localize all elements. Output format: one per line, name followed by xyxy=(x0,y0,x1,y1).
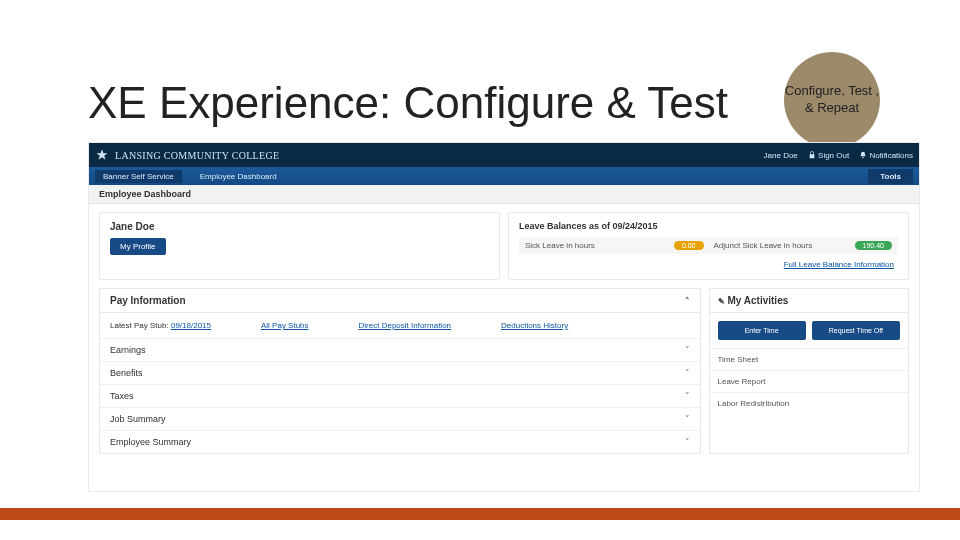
adjunct-sick-leave-label: Adjunct Sick Leave in hours xyxy=(714,241,813,250)
adjunct-sick-leave-value: 190.40 xyxy=(855,241,892,250)
activity-labor-redistribution[interactable]: Labor Redistribution xyxy=(710,392,909,414)
taxes-label: Taxes xyxy=(110,391,134,401)
my-activities-panel: ✎My Activities Enter Time Request Time O… xyxy=(709,288,910,454)
pay-information-title: Pay Information xyxy=(110,295,186,306)
job-summary-label: Job Summary xyxy=(110,414,166,424)
configure-test-repeat-badge: Configure, Test , & Repeat xyxy=(784,52,880,148)
lock-icon xyxy=(808,151,816,159)
nav-employee-dashboard[interactable]: Employee Dashboard xyxy=(192,170,285,183)
header-user-name[interactable]: Jane Doe xyxy=(764,151,798,160)
breadcrumb: Employee Dashboard xyxy=(89,185,919,204)
activity-leave-report[interactable]: Leave Report xyxy=(710,370,909,392)
all-pay-stubs-link[interactable]: All Pay Stubs xyxy=(261,321,309,330)
employee-name: Jane Doe xyxy=(110,221,489,232)
benefits-label: Benefits xyxy=(110,368,143,378)
earnings-section[interactable]: Earnings ˅ xyxy=(100,339,700,362)
leave-balances-title: Leave Balances as of 09/24/2015 xyxy=(519,221,898,231)
pay-links-row: Latest Pay Stub: 09/18/2015 All Pay Stub… xyxy=(100,313,700,339)
direct-deposit-link[interactable]: Direct Deposit Information xyxy=(359,321,451,330)
chevron-down-icon: ˅ xyxy=(685,345,690,355)
latest-pay-stub-link[interactable]: 09/18/2015 xyxy=(171,321,211,330)
nav-banner-self-service[interactable]: Banner Self Service xyxy=(95,170,182,183)
profile-panel: Jane Doe My Profile xyxy=(99,212,500,280)
employee-dashboard-screenshot: LANSING COMMUNITY COLLEGE Jane Doe Sign … xyxy=(88,142,920,492)
footer-accent-bar xyxy=(0,508,960,520)
chevron-down-icon: ˅ xyxy=(685,437,690,447)
taxes-section[interactable]: Taxes ˅ xyxy=(100,385,700,408)
chevron-down-icon: ˅ xyxy=(685,391,690,401)
main-nav-bar: Banner Self Service Employee Dashboard T… xyxy=(89,167,919,185)
activity-time-sheet[interactable]: Time Sheet xyxy=(710,348,909,370)
slide-title: XE Experience: Configure & Test xyxy=(88,78,728,128)
star-icon xyxy=(95,148,109,162)
sick-leave-value: 0.00 xyxy=(674,241,704,250)
chevron-down-icon: ˅ xyxy=(685,414,690,424)
notifications-link[interactable]: Notifications xyxy=(859,151,913,160)
nav-tools[interactable]: Tools xyxy=(868,169,913,184)
job-summary-section[interactable]: Job Summary ˅ xyxy=(100,408,700,431)
benefits-section[interactable]: Benefits ˅ xyxy=(100,362,700,385)
full-leave-balance-link[interactable]: Full Leave Balance Information xyxy=(519,254,898,271)
chevron-up-icon: ˄ xyxy=(685,296,690,306)
enter-time-button[interactable]: Enter Time xyxy=(718,321,806,340)
deductions-history-link[interactable]: Deductions History xyxy=(501,321,568,330)
my-profile-button[interactable]: My Profile xyxy=(110,238,166,255)
earnings-label: Earnings xyxy=(110,345,146,355)
leave-balances-panel: Leave Balances as of 09/24/2015 Sick Lea… xyxy=(508,212,909,280)
employee-summary-label: Employee Summary xyxy=(110,437,191,447)
institution-logo-text: LANSING COMMUNITY COLLEGE xyxy=(115,150,279,161)
sign-out-link[interactable]: Sign Out xyxy=(808,151,849,160)
my-activities-header: ✎My Activities xyxy=(710,289,909,313)
request-time-off-button[interactable]: Request Time Off xyxy=(812,321,900,340)
pay-information-panel: Pay Information ˄ Latest Pay Stub: 09/18… xyxy=(99,288,701,454)
bell-icon xyxy=(859,151,867,159)
employee-summary-section[interactable]: Employee Summary ˅ xyxy=(100,431,700,453)
latest-pay-stub-label: Latest Pay Stub: xyxy=(110,321,169,330)
app-header: LANSING COMMUNITY COLLEGE Jane Doe Sign … xyxy=(89,143,919,167)
pay-information-header[interactable]: Pay Information ˄ xyxy=(100,289,700,313)
sick-leave-label: Sick Leave in hours xyxy=(525,241,595,250)
chevron-down-icon: ˅ xyxy=(685,368,690,378)
